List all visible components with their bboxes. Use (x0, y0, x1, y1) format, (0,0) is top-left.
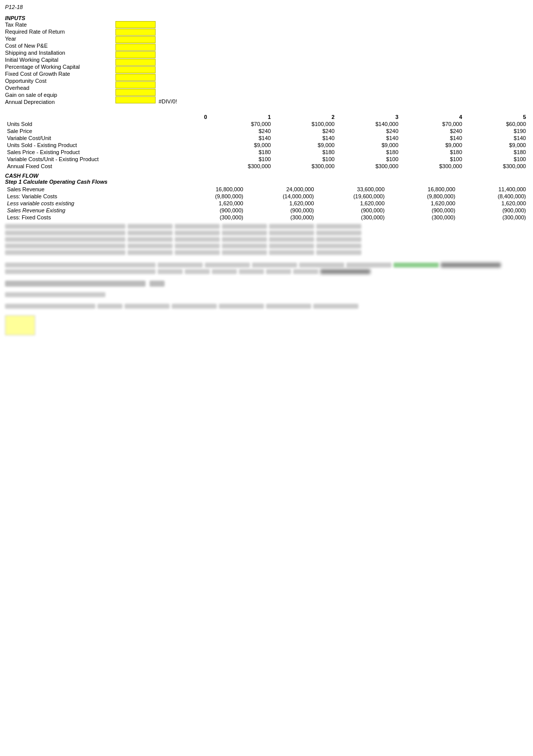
blur-label (5, 243, 125, 248)
inputs-title: INPUTS (5, 15, 528, 21)
input-cost-new-pe[interactable] (115, 44, 156, 51)
cf-lvc-y1: (9,800,000) (175, 193, 245, 200)
label-cost-new-pe: Cost of New P&E (5, 42, 115, 49)
input-gain-sale[interactable] (115, 96, 156, 103)
blur-num-1 (158, 263, 203, 268)
blur-num-3 (222, 243, 267, 248)
cf-label-sales-rev-existing: Sales Revenue Existing (5, 207, 175, 214)
label-units-sold: Units Sold (5, 120, 146, 128)
input-required-rate[interactable] (115, 29, 156, 36)
blurred-label-only (5, 292, 528, 297)
step1-title: Step 1 Calculate Operating Cash Flows (5, 179, 528, 185)
blurred-section-4 (5, 291, 528, 300)
cf-sre-y4: (900,000) (386, 207, 457, 214)
blur-num-2 (175, 243, 220, 248)
year-col-0: 0 (146, 113, 209, 120)
label-initial-working: Initial Working Capital (5, 56, 115, 63)
blur-num-2 (175, 237, 220, 242)
blur-num-4 (269, 224, 314, 229)
spep-y0 (146, 149, 209, 156)
blurred-section-6 (5, 314, 528, 338)
cash-flow-section: CASH FLOW Step 1 Calculate Operating Cas… (5, 173, 528, 338)
usep-y2: $9,000 (273, 142, 337, 149)
blur-n3 (219, 304, 264, 309)
vcunit-y3: $140 (337, 135, 401, 142)
cf-label-less-fixed: Less: Fixed Costs (5, 214, 175, 221)
blur-label-wide (5, 263, 156, 268)
label-fixed-growth: Fixed Cost of Growth Rate (5, 70, 115, 77)
cf-lvc-y3: (19,600,000) (316, 193, 387, 200)
label-sales-price-existing: Sales Price - Existing Product (5, 149, 146, 156)
blurred-row-wide-2 (5, 269, 528, 274)
input-opportunity[interactable] (115, 81, 156, 88)
blurred-section-2 (5, 262, 528, 277)
units-sold-y2: $100,000 (273, 120, 337, 128)
blur-num-3 (222, 250, 267, 255)
input-annual-depreciation-spacer (115, 104, 156, 111)
table-row: Units Sold $70,000 $100,000 $140,000 $70… (5, 120, 528, 128)
blurred-row-1 (5, 224, 528, 229)
vcunit-y1: $140 (209, 135, 273, 142)
inputs-section: INPUTS Tax Rate Required Rate of Return … (5, 15, 528, 111)
cf-lvc-y4: (9,800,000) (386, 193, 457, 200)
afc-y3: $300,000 (337, 163, 401, 170)
blur-num-green (393, 263, 439, 268)
blur-num-4 (269, 230, 314, 235)
blurred-row-4 (5, 243, 528, 248)
year-col-3: 3 (337, 113, 401, 120)
blur-small-5 (266, 269, 291, 274)
label-required-rate: Required Rate of Return (5, 28, 115, 35)
blurred-row-wide-1 (5, 263, 528, 268)
input-tax-rate[interactable] (115, 21, 156, 28)
blur-small-3 (212, 269, 237, 274)
units-sold-y3: $140,000 (337, 120, 401, 128)
input-initial-working[interactable] (115, 59, 156, 66)
blur-small-4 (239, 269, 264, 274)
vcep-y5: $100 (464, 156, 528, 163)
input-year[interactable] (115, 36, 156, 43)
cf-sre-y2: (900,000) (245, 207, 316, 214)
blur-num-2 (205, 263, 250, 268)
table-row: Sales Price - Existing Product $180 $180… (5, 149, 528, 156)
table-row: Sales Revenue 16,800,000 24,000,000 33,6… (5, 186, 528, 193)
label-opportunity: Opportunity Cost (5, 77, 115, 84)
blur-num-3 (222, 237, 267, 242)
blur-label (5, 304, 95, 309)
cf-label-less-vc: Less: Variable Costs (5, 193, 175, 200)
year-header-blank (5, 113, 146, 120)
spep-y5: $180 (464, 149, 528, 156)
blur-num-1 (127, 224, 173, 229)
vcunit-y0 (146, 135, 209, 142)
cf-sr-y4: 16,800,000 (386, 186, 457, 193)
blur-num-3 (222, 224, 267, 229)
input-overhead[interactable] (115, 89, 156, 96)
spep-y3: $180 (337, 149, 401, 156)
usep-y3: $9,000 (337, 142, 401, 149)
blur-num-4 (299, 263, 344, 268)
label-pct-working: Percentage of Working Capital (5, 63, 115, 70)
blur-n5 (313, 304, 358, 309)
table-row: Variable Cost/Unit $140 $140 $140 $140 $… (5, 135, 528, 142)
input-pct-working[interactable] (115, 66, 156, 73)
afc-y5: $300,000 (464, 163, 528, 170)
blur-num-2 (175, 230, 220, 235)
label-shipping: Shipping and Installation (5, 49, 115, 56)
year-col-2: 2 (273, 113, 337, 120)
usep-y1: $9,000 (209, 142, 273, 149)
sale-price-y1: $240 (209, 128, 273, 135)
afc-y0 (146, 163, 209, 170)
input-fixed-growth[interactable] (115, 74, 156, 81)
blur-num-4 (269, 237, 314, 242)
blur-num-2 (175, 224, 220, 229)
blurred-numbers-row (5, 304, 528, 309)
blurred-box-row (5, 315, 528, 335)
yellow-inputs-col (115, 21, 156, 111)
input-shipping[interactable] (115, 51, 156, 58)
blur-label-wide (5, 269, 156, 274)
blur-num-3 (222, 230, 267, 235)
cf-lfc-y1: (300,000) (175, 214, 245, 221)
units-sold-y0 (146, 120, 209, 128)
vcep-y3: $100 (337, 156, 401, 163)
blur-num-3 (252, 263, 297, 268)
cf-lvc-y5: (8,400,000) (457, 193, 528, 200)
